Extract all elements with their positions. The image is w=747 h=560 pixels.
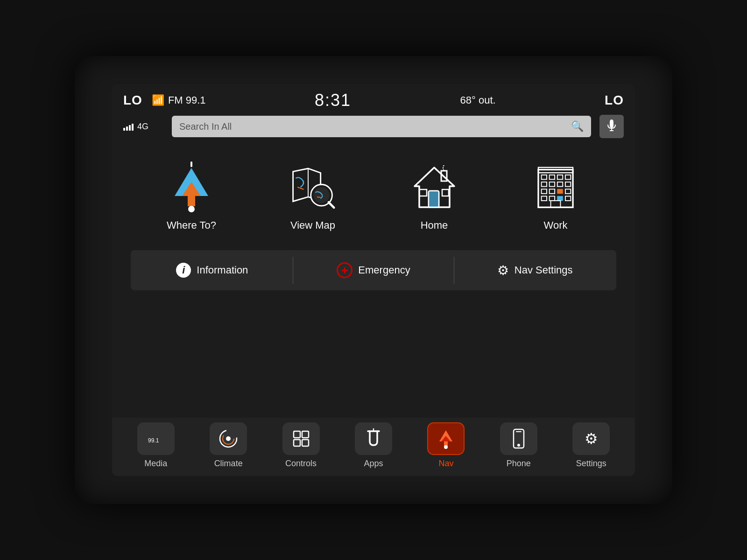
- svg-point-5: [188, 206, 195, 212]
- svg-rect-21: [541, 182, 546, 187]
- phone-icon-box: [500, 422, 537, 455]
- time-display: 8:31: [315, 91, 351, 110]
- svg-rect-25: [541, 189, 546, 194]
- where-to-label: Where To?: [167, 219, 216, 231]
- where-to-icon: [170, 161, 212, 213]
- arrow-top: [190, 161, 192, 167]
- view-map-label: View Map: [290, 219, 335, 231]
- bottom-nav: 99.1 Media Climate: [112, 418, 635, 476]
- header-bottom: 4G Search In All 🔍: [123, 115, 624, 143]
- main-content: Where To?: [112, 143, 635, 418]
- media-label: Media: [144, 459, 167, 469]
- svg-rect-32: [565, 196, 570, 201]
- svg-rect-48: [516, 431, 521, 432]
- nav-settings-button[interactable]: ⚙ Nav Settings: [461, 257, 609, 284]
- svg-rect-14: [442, 189, 449, 196]
- svg-rect-12: [429, 191, 438, 207]
- view-map-button[interactable]: View Map: [287, 161, 338, 231]
- svg-rect-30: [549, 196, 554, 201]
- function-row: i Information + Emergency ⚙ Nav Settings: [131, 250, 616, 290]
- svg-rect-38: [294, 431, 300, 438]
- information-label: Information: [197, 264, 248, 276]
- svg-point-37: [226, 436, 231, 441]
- climate-icon-box: [210, 422, 247, 455]
- apps-label: Apps: [364, 459, 383, 469]
- bar4: [132, 124, 134, 131]
- divider-1: [293, 257, 293, 284]
- search-bar[interactable]: Search In All 🔍: [172, 116, 591, 137]
- svg-rect-27: [557, 189, 562, 194]
- nav-media[interactable]: 99.1 Media: [121, 422, 190, 469]
- svg-rect-33: [550, 201, 560, 207]
- nav-icons-row: Where To?: [131, 157, 616, 241]
- svg-rect-29: [541, 196, 546, 201]
- nav-apps[interactable]: Apps: [339, 422, 408, 469]
- emergency-label: Emergency: [358, 264, 410, 276]
- svg-rect-17: [541, 175, 546, 179]
- lo-right-label: LO: [605, 93, 624, 108]
- svg-line-8: [329, 202, 334, 207]
- nav-controls[interactable]: Controls: [267, 422, 335, 469]
- svg-rect-31: [557, 196, 562, 201]
- svg-rect-23: [557, 182, 562, 187]
- settings-label: Settings: [576, 459, 606, 469]
- svg-rect-39: [302, 431, 309, 438]
- svg-rect-18: [549, 175, 554, 179]
- phone-label: Phone: [507, 459, 531, 469]
- where-to-icon-container: [166, 161, 217, 213]
- nav-settings[interactable]: ⚙ Settings: [557, 422, 626, 469]
- weather-display: 68° out.: [460, 94, 496, 106]
- media-icon-box: 99.1: [137, 422, 175, 455]
- svg-rect-19: [557, 175, 562, 179]
- radio-info: 📶 FM 99.1: [152, 94, 206, 106]
- search-icon: 🔍: [571, 120, 584, 133]
- svg-point-46: [444, 445, 448, 449]
- lo-left-label: LO: [123, 93, 142, 108]
- settings-icon-box: ⚙: [572, 422, 610, 455]
- bezel: LO 📶 FM 99.1 8:31 68° out. LO: [75, 56, 672, 504]
- header-top: LO 📶 FM 99.1 8:31 68° out. LO: [123, 91, 624, 110]
- emergency-icon: +: [337, 262, 352, 278]
- where-to-button[interactable]: Where To?: [166, 161, 217, 231]
- svg-rect-26: [549, 189, 554, 194]
- information-button[interactable]: i Information: [138, 257, 286, 284]
- svg-rect-40: [294, 440, 300, 446]
- work-button[interactable]: Work: [530, 161, 581, 231]
- header-left: LO 📶 FM 99.1: [123, 93, 206, 108]
- svg-rect-28: [565, 189, 570, 194]
- bar1: [123, 128, 125, 131]
- header: LO 📶 FM 99.1 8:31 68° out. LO: [112, 84, 635, 143]
- svg-point-7: [313, 187, 329, 203]
- home-label: Home: [421, 219, 448, 231]
- nav-nav[interactable]: Nav: [412, 422, 480, 469]
- settings-gear-icon: ⚙: [585, 430, 598, 448]
- search-placeholder-text: Search In All: [179, 121, 232, 132]
- nav-climate[interactable]: Climate: [194, 422, 262, 469]
- nav-phone[interactable]: Phone: [484, 422, 553, 469]
- view-map-icon-container: [287, 161, 338, 213]
- nav-label: Nav: [438, 459, 453, 469]
- settings-gear-icon: ⚙: [497, 263, 509, 278]
- home-icon-container: [409, 161, 460, 213]
- svg-rect-22: [549, 182, 554, 187]
- emergency-button[interactable]: + Emergency: [300, 257, 448, 284]
- svg-rect-4: [188, 196, 195, 206]
- info-icon: i: [176, 263, 191, 278]
- work-icon-container: [530, 161, 581, 213]
- voice-button[interactable]: [599, 115, 624, 138]
- bar2: [126, 126, 128, 131]
- svg-rect-41: [302, 440, 309, 446]
- work-label: Work: [544, 219, 568, 231]
- divider-2: [454, 257, 454, 284]
- apps-icon-box: [355, 422, 392, 455]
- nav-icon-box: [427, 422, 465, 455]
- home-button[interactable]: Home: [409, 161, 460, 231]
- signal-info: 4G: [123, 122, 165, 132]
- controls-icon-box: [282, 422, 320, 455]
- svg-rect-13: [419, 189, 427, 196]
- bar3: [129, 125, 131, 131]
- svg-text:99.1: 99.1: [148, 437, 159, 444]
- screen: LO 📶 FM 99.1 8:31 68° out. LO: [112, 84, 635, 476]
- nav-settings-label: Nav Settings: [514, 264, 573, 276]
- controls-label: Controls: [285, 459, 317, 469]
